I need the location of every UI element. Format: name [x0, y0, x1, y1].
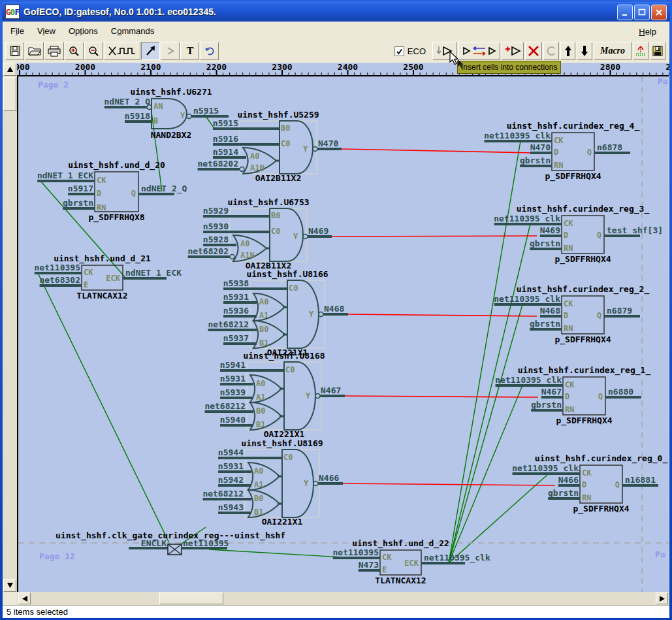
net-label[interactable]: N469 — [540, 225, 560, 235]
text-tool-button[interactable]: T — [180, 42, 199, 60]
eco-checkbox-group[interactable]: ECO — [394, 46, 426, 56]
net-label[interactable]: n5931 — [223, 292, 249, 302]
cell-label[interactable]: OAI2B11X2 — [255, 173, 301, 183]
net-label[interactable]: n6880 — [608, 387, 633, 397]
move-down-button[interactable] — [577, 42, 592, 60]
cell-label[interactable]: p_SDFFRHQX8 — [88, 212, 144, 223]
net-label[interactable]: n5914 — [213, 147, 238, 157]
net-label[interactable]: n5917 — [68, 184, 93, 193]
chevron-button[interactable] — [161, 42, 180, 60]
net-label[interactable]: n5940 — [220, 415, 246, 425]
net-label[interactable]: n5941 — [220, 360, 246, 370]
add-cell-button[interactable] — [502, 42, 524, 60]
net-label[interactable]: net110395_clk — [494, 214, 560, 224]
net-label[interactable]: n5937 — [223, 333, 249, 343]
restore-button[interactable] — [543, 42, 559, 60]
connector-wire[interactable] — [449, 385, 522, 563]
minimize-button[interactable] — [617, 5, 633, 20]
eco-checkbox[interactable] — [394, 46, 404, 56]
net-label[interactable]: N466 — [558, 475, 579, 485]
connector-wire[interactable] — [332, 236, 537, 237]
gate-body[interactable] — [248, 490, 280, 517]
net-label[interactable]: net68212 — [204, 401, 246, 411]
net-label[interactable]: N466 — [319, 473, 339, 483]
scroll-down-button[interactable] — [3, 579, 16, 592]
save-button[interactable] — [5, 42, 24, 60]
net-label[interactable]: net68212 — [208, 319, 249, 329]
instance-label[interactable]: uinst_hshf.clk_gate_curindex_reg---uinst… — [56, 530, 285, 541]
net-label[interactable]: N470 — [318, 139, 338, 148]
net-label[interactable]: n16881 — [625, 475, 656, 485]
net-label[interactable]: gbrstn — [531, 400, 562, 410]
net-label[interactable]: N468 — [540, 306, 560, 316]
cell-label[interactable]: TLATNCAX12 — [375, 576, 426, 585]
net-label[interactable]: net68202 — [187, 246, 229, 256]
connector-wire[interactable] — [342, 149, 534, 153]
net-label[interactable]: N469 — [308, 226, 328, 236]
net-label[interactable]: n5929 — [203, 206, 229, 216]
net-label[interactable]: gbrstn — [530, 319, 560, 329]
gate-body[interactable] — [253, 321, 285, 348]
instance-label[interactable]: uinst_hshf.und_d_20 — [68, 160, 165, 171]
connector-wire[interactable] — [449, 474, 549, 563]
cell-label[interactable]: TLATNCAX12 — [76, 291, 127, 301]
scroll-left-button[interactable] — [18, 593, 31, 604]
net-label[interactable]: net110395_clk — [494, 294, 560, 304]
net-label[interactable]: n6878 — [597, 142, 622, 152]
net-label[interactable]: ndNET_2_Q — [141, 184, 187, 194]
net-label[interactable]: ndNET_2_Q — [104, 97, 151, 107]
menu-item-view[interactable]: View — [31, 24, 62, 39]
net-label[interactable]: net68202 — [197, 159, 238, 169]
delete-button[interactable] — [525, 42, 542, 60]
net-label[interactable]: net68212 — [202, 489, 244, 498]
menu-item-help[interactable]: Help — [635, 24, 660, 39]
instance-label[interactable]: uinst_hshf.U6271 — [130, 87, 212, 97]
net-label[interactable]: n6879 — [607, 306, 632, 316]
instance-label[interactable]: uinst_hshf.U5259 — [237, 110, 319, 120]
instance-label[interactable]: uinst_hshf.U8166 — [246, 269, 328, 280]
connector-wire[interactable] — [449, 224, 530, 563]
net-label[interactable]: n5915 — [213, 118, 238, 128]
net-label[interactable]: N467 — [541, 387, 562, 397]
net-label[interactable]: n5916 — [213, 134, 238, 144]
cell-label[interactable]: p_SDFFRHQX4 — [545, 171, 601, 182]
instance-label[interactable]: uinst_hshf.curindex_reg_1_ — [518, 365, 651, 376]
net-label[interactable]: net110395_clk — [424, 553, 490, 563]
connector-wire[interactable] — [343, 483, 555, 485]
net-label[interactable]: n5943 — [218, 502, 244, 512]
cell-label[interactable]: p_SDFFRHQX4 — [556, 416, 612, 426]
zoom-out-button[interactable] — [84, 42, 103, 60]
net-label[interactable]: net68302 — [39, 275, 80, 285]
swap-cells-button[interactable] — [458, 42, 500, 60]
net-label[interactable]: n5936 — [223, 306, 249, 316]
move-up-button[interactable] — [560, 42, 575, 60]
maximize-button[interactable] — [634, 5, 650, 20]
vertical-scrollbar[interactable] — [3, 63, 17, 592]
cell-label[interactable]: p_SDFFRHQX4 — [554, 254, 611, 265]
scroll-up-button[interactable] — [3, 63, 16, 76]
net-label[interactable]: net110395 — [35, 263, 80, 272]
menu-item-file[interactable]: File — [4, 24, 31, 39]
instance-label[interactable]: uinst_hshf.curindex_reg_2_ — [517, 284, 650, 295]
insert-cells-button[interactable] — [432, 42, 457, 60]
cell-label[interactable]: p_SDFFRHQX4 — [573, 504, 629, 514]
gate-body[interactable] — [250, 375, 281, 402]
instance-label[interactable]: uinst_hshf.curindex_reg_4_ — [507, 121, 640, 131]
menu-item-commands[interactable]: Commands — [104, 24, 161, 39]
net-label[interactable]: gbrstn — [548, 488, 579, 498]
schematic-canvas[interactable]: uinst_hshf.U6271NAND2BX2ndNET_2_QANn5918… — [17, 75, 669, 592]
net-label[interactable]: n5931 — [218, 461, 244, 471]
net-label[interactable]: gbrstn — [520, 155, 551, 165]
undo-button[interactable] — [200, 42, 219, 60]
net-label[interactable]: N470 — [530, 142, 551, 152]
cell-label[interactable]: p_SDFFRHQX4 — [554, 334, 611, 345]
scroll-right-button[interactable] — [656, 593, 668, 604]
net-label[interactable]: N468 — [324, 304, 344, 314]
horizontal-scrollbar[interactable] — [17, 592, 669, 605]
load-up-button[interactable] — [633, 42, 648, 60]
connector-wire[interactable] — [449, 304, 522, 563]
net-label[interactable]: n5915 — [193, 106, 219, 116]
gate-body[interactable] — [250, 402, 281, 430]
net-label[interactable]: net110395_clk — [512, 463, 579, 474]
open-button[interactable] — [25, 42, 44, 60]
